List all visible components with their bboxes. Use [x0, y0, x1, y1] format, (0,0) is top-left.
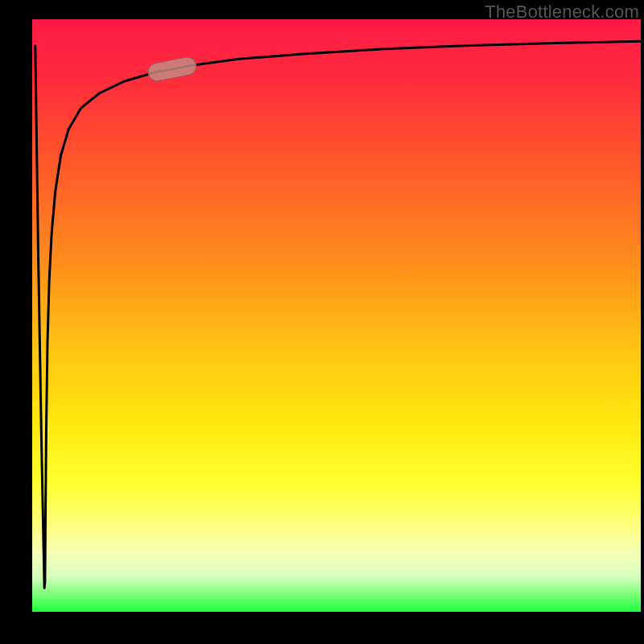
bottleneck-curve: [35, 41, 641, 588]
attribution-label: TheBottleneck.com: [485, 2, 639, 23]
highlight-pill: [147, 56, 197, 82]
plot-area: [32, 19, 641, 612]
chart-frame: TheBottleneck.com: [0, 0, 644, 644]
curve-layer: [32, 19, 641, 612]
